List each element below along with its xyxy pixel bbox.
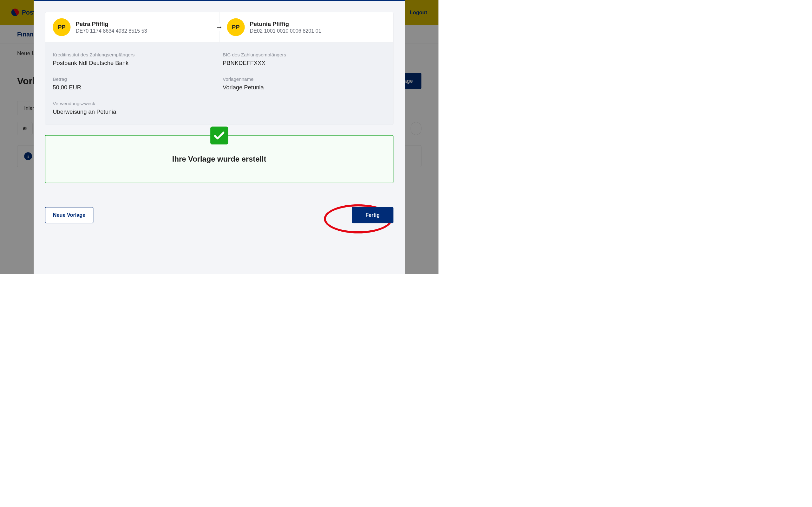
done-button[interactable]: Fertig [352,207,393,223]
recipient-name: Petunia Pfiffig [250,20,321,27]
success-message: Ihre Vorlage wurde erstellt [172,155,266,164]
arrow-right-icon: → [214,23,224,32]
detail-amount: Betrag 50,00 EUR [53,76,216,91]
success-banner: Ihre Vorlage wurde erstellt [45,135,393,183]
sender-iban: DE70 1174 8634 4932 8515 53 [76,28,147,34]
purpose-value: Überweisung an Petunia [53,108,386,115]
recipient-block: PP Petunia Pfiffig DE02 1001 0010 0006 8… [219,12,393,42]
sender-name: Petra Pfiffig [76,20,147,27]
amount-label: Betrag [53,76,216,82]
bic-label: BIC des Zahlungsempfängers [223,52,386,57]
bank-label: Kreditinstitut des Zahlungsempfängers [53,52,216,57]
detail-template-name: Vorlagenname Vorlage Petunia [223,76,386,91]
new-template-button[interactable]: Neue Vorlage [45,207,93,223]
amount-value: 50,00 EUR [53,84,216,91]
summary-card: PP Petra Pfiffig DE70 1174 8634 4932 851… [45,12,393,125]
template-name-label: Vorlagenname [223,76,386,82]
checkmark-icon [210,127,228,145]
recipient-avatar: PP [227,18,245,36]
template-name-value: Vorlage Petunia [223,84,386,91]
detail-purpose: Verwendungszweck Überweisung an Petunia [53,101,386,115]
detail-bic: BIC des Zahlungsempfängers PBNKDEFFXXX [223,52,386,66]
purpose-label: Verwendungszweck [53,101,386,107]
bic-value: PBNKDEFFXXX [223,60,386,66]
detail-bank: Kreditinstitut des Zahlungsempfängers Po… [53,52,216,66]
template-created-modal: PP Petra Pfiffig DE70 1174 8634 4932 851… [34,0,405,274]
sender-block: PP Petra Pfiffig DE70 1174 8634 4932 851… [45,12,219,42]
bank-value: Postbank Ndl Deutsche Bank [53,60,216,66]
sender-avatar: PP [53,18,70,36]
recipient-iban: DE02 1001 0010 0006 8201 01 [250,28,321,34]
